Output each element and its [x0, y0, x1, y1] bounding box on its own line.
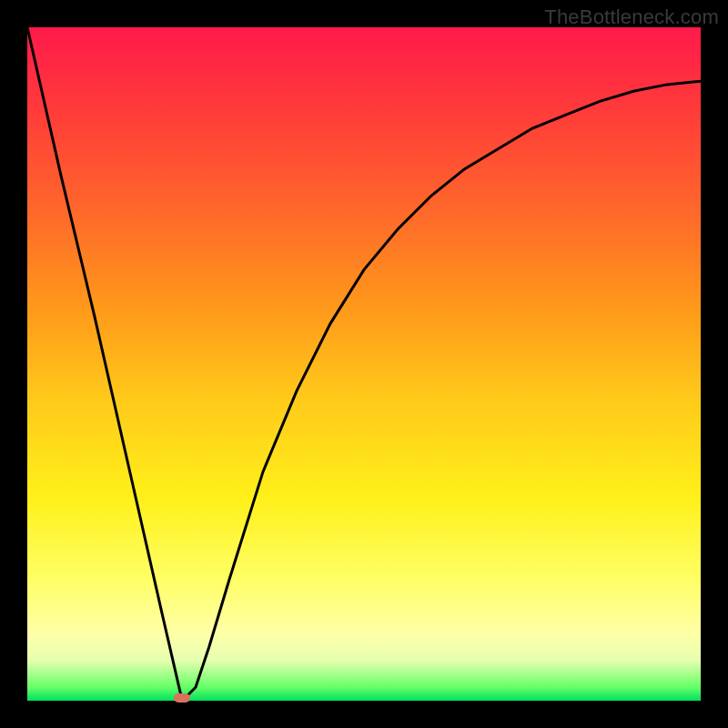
- bottleneck-curve: [27, 27, 701, 701]
- curve-path: [27, 27, 701, 701]
- plot-area: [27, 27, 701, 701]
- watermark-text: TheBottleneck.com: [544, 5, 719, 29]
- valley-marker: [174, 693, 190, 703]
- chart-frame: TheBottleneck.com: [0, 0, 728, 728]
